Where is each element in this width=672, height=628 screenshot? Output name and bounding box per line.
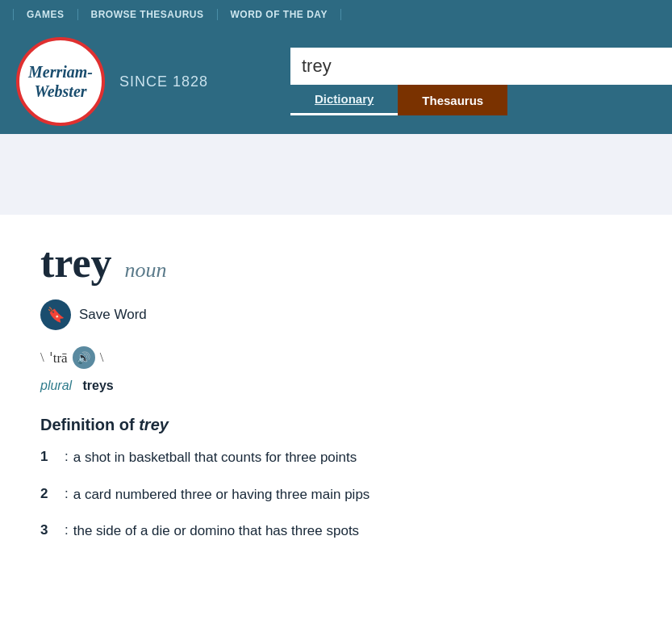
definition-item-2: 2 : a card numbered three or having thre… <box>40 484 632 505</box>
since-text: SINCE 1828 <box>119 73 208 90</box>
def-text-3: the side of a die or domino that has thr… <box>73 521 359 542</box>
logo[interactable]: Merriam- Webster <box>16 37 105 126</box>
logo-line1: Merriam- <box>28 62 93 82</box>
nav-item-word-of-day[interactable]: WORD OF THE DAY <box>218 9 341 20</box>
search-input[interactable] <box>290 48 672 85</box>
main-content: trey noun 🔖 Save Word \ ˈtrā 🔊 \ plural … <box>0 215 672 582</box>
site-header: Merriam- Webster SINCE 1828 Dictionary T… <box>0 29 672 134</box>
search-area: Dictionary Thesaurus <box>290 48 672 115</box>
definition-heading: Definition of trey <box>40 416 632 434</box>
definition-item-3: 3 : the side of a die or domino that has… <box>40 521 632 542</box>
def-heading-word: trey <box>139 416 169 433</box>
pron-text: ˈtrā <box>49 350 68 366</box>
word-heading: trey noun <box>40 239 632 287</box>
nav-item-browse-thesaurus[interactable]: BROWSE THESAURUS <box>78 9 218 20</box>
def-colon-3: : <box>65 522 69 538</box>
nav-item-games[interactable]: GAMES <box>13 9 78 20</box>
plural-row: plural treys <box>40 379 632 393</box>
logo-line2: Webster <box>34 82 86 101</box>
def-colon-1: : <box>65 449 69 465</box>
def-text-2: a card numbered three or having three ma… <box>73 484 370 505</box>
def-number-3: 3 <box>40 522 65 538</box>
tab-bar: Dictionary Thesaurus <box>290 85 672 115</box>
headword: trey <box>40 239 112 287</box>
pronunciation: \ ˈtrā 🔊 \ <box>40 346 632 369</box>
tab-thesaurus[interactable]: Thesaurus <box>398 85 507 115</box>
save-icon: 🔖 <box>40 299 71 330</box>
def-number-1: 1 <box>40 449 65 465</box>
def-heading-prefix: Definition of <box>40 416 139 433</box>
def-colon-2: : <box>65 486 69 502</box>
tab-dictionary[interactable]: Dictionary <box>290 85 398 115</box>
save-label: Save Word <box>79 307 147 323</box>
part-of-speech: noun <box>125 258 167 283</box>
pron-open: \ <box>40 350 44 366</box>
logo-area: Merriam- Webster SINCE 1828 <box>0 37 290 126</box>
ad-banner <box>0 134 672 215</box>
audio-button[interactable]: 🔊 <box>73 346 95 369</box>
search-bar <box>290 48 672 85</box>
def-number-2: 2 <box>40 486 65 502</box>
plural-label: plural <box>40 379 72 392</box>
plural-value: treys <box>82 379 113 392</box>
definition-item-1: 1 : a shot in basketball that counts for… <box>40 447 632 468</box>
def-text-1: a shot in basketball that counts for thr… <box>73 447 357 468</box>
top-nav: GAMES BROWSE THESAURUS WORD OF THE DAY <box>0 0 672 29</box>
pron-close: \ <box>100 350 104 366</box>
save-word-row[interactable]: 🔖 Save Word <box>40 299 632 330</box>
